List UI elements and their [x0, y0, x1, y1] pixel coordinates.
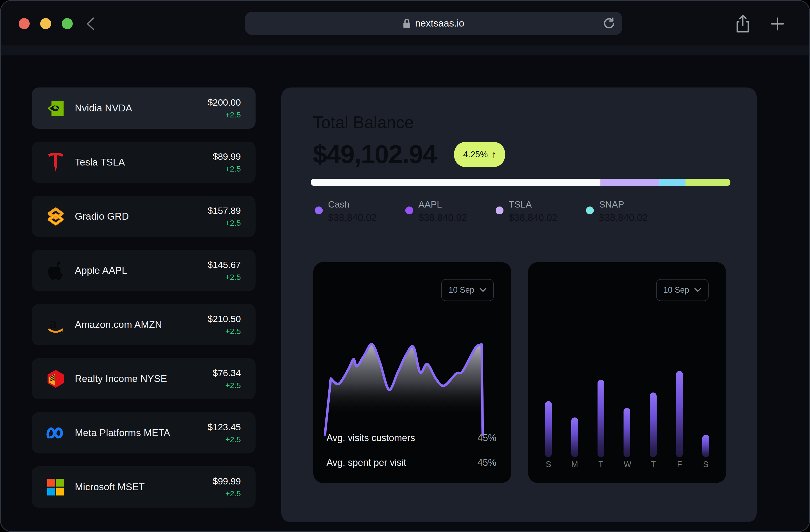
bar — [571, 417, 578, 457]
stock-change: +2.5 — [213, 164, 241, 173]
microsoft-logo-icon — [47, 478, 65, 496]
stock-name: Amazon.com AMZN — [75, 319, 162, 330]
back-button[interactable] — [84, 17, 97, 31]
stock-change: +2.5 — [208, 273, 241, 281]
stock-change: +2.5 — [213, 489, 241, 498]
stock-change: +2.5 — [208, 435, 241, 444]
stock-row[interactable]: Tesla TSLA$89.99+2.5 — [32, 142, 256, 183]
stock-price: $89.99 — [213, 151, 241, 162]
zoom-window-icon[interactable] — [62, 18, 73, 29]
allocation-segment — [659, 179, 685, 186]
day-label: S — [545, 460, 552, 469]
chevron-left-icon — [87, 18, 93, 29]
stock-row[interactable]: Realty Income NYSE$76.34+2.5 — [32, 358, 256, 399]
stock-name: Apple AAPL — [75, 265, 127, 276]
stock-change: +2.5 — [213, 381, 241, 390]
day-label: F — [676, 460, 683, 469]
address-bar[interactable]: nextsaas.io — [245, 12, 622, 35]
day-label: S — [702, 460, 709, 469]
stock-name: Nvidia NVDA — [75, 103, 132, 114]
share-icon — [737, 16, 748, 32]
arrow-up-icon: ↑ — [491, 149, 496, 160]
stock-name: Meta Platforms META — [75, 428, 170, 438]
weekly-bar-chart — [545, 370, 709, 457]
legend-value: $38,840.02 — [418, 212, 467, 223]
minimize-window-icon[interactable] — [40, 18, 51, 29]
allocation-progress-bar — [311, 179, 730, 186]
tab-strip — [1, 46, 809, 55]
chevron-down-icon — [480, 288, 486, 292]
stock-price: $99.99 — [213, 476, 241, 486]
lock-icon — [403, 18, 411, 29]
stock-name: Tesla TSLA — [75, 157, 125, 168]
legend-dot-icon — [405, 207, 413, 214]
legend-label: AAPL — [418, 199, 467, 210]
bar — [545, 401, 552, 457]
day-label: M — [571, 460, 578, 469]
stock-name: Gradio GRD — [75, 211, 129, 222]
weekly-period-value: 10 Sep — [663, 285, 689, 295]
stat-value-visits: 45% — [477, 432, 497, 444]
browser-window: nextsaas.io Nvidia NVD — [0, 0, 810, 532]
bar — [702, 435, 709, 457]
stock-row[interactable]: Apple AAPL$145.67+2.5 — [32, 250, 256, 291]
meta-logo-icon — [47, 424, 65, 442]
legend-dot-icon — [586, 207, 594, 214]
plus-icon — [772, 18, 783, 30]
stock-name: Realty Income NYSE — [75, 373, 167, 384]
stock-row[interactable]: Microsoft MSET$99.99+2.5 — [32, 466, 256, 507]
stock-change: +2.5 — [208, 327, 241, 336]
chevron-down-icon — [694, 288, 701, 292]
browser-toolbar: nextsaas.io — [1, 1, 809, 46]
weekly-period-dropdown[interactable]: 10 Sep — [656, 279, 709, 301]
legend-item: Cash$38,840.02 — [315, 199, 405, 223]
stat-label-spent: Avg. spent per visit — [326, 457, 406, 468]
allocation-segment — [685, 179, 730, 186]
nvidia-logo-icon — [47, 99, 65, 117]
legend-label: SNAP — [599, 199, 648, 210]
stock-price: $145.67 — [208, 260, 241, 270]
stock-price: $157.89 — [208, 206, 241, 216]
traffic-lights — [19, 18, 73, 29]
visits-period-dropdown[interactable]: 10 Sep — [441, 279, 494, 301]
url-text: nextsaas.io — [415, 18, 464, 29]
legend-label: Cash — [328, 199, 377, 210]
legend-item: AAPL$38,840.02 — [405, 199, 496, 223]
visits-chart-card: 10 Sep Avg. visits customers 4 — [313, 262, 511, 483]
tesla-logo-icon — [47, 153, 65, 172]
stock-change: +2.5 — [208, 110, 241, 119]
stock-row[interactable]: Meta Platforms META$123.45+2.5 — [32, 412, 256, 453]
balance-change-badge: 4.25% ↑ — [454, 142, 505, 167]
stock-price: $210.50 — [208, 314, 241, 324]
share-button[interactable] — [735, 14, 750, 33]
legend-value: $38,840.02 — [328, 212, 377, 223]
bar — [598, 380, 604, 457]
legend-label: TSLA — [509, 199, 557, 210]
visits-period-value: 10 Sep — [449, 285, 474, 295]
stat-label-visits: Avg. visits customers — [326, 432, 415, 444]
stock-row[interactable]: aAmazon.com AMZN$210.50+2.5 — [32, 304, 256, 345]
weekly-chart-card: 10 Sep SMTWTFS — [528, 262, 726, 483]
legend-item: SNAP$38,840.02 — [586, 199, 676, 223]
legend-dot-icon — [496, 207, 503, 214]
stock-change: +2.5 — [208, 219, 241, 227]
legend-value: $38,840.02 — [509, 212, 557, 223]
stock-row[interactable]: Gradio GRD$157.89+2.5 — [32, 196, 256, 237]
stock-list: Nvidia NVDA$200.00+2.5Tesla TSLA$89.99+2… — [32, 87, 256, 520]
visits-area-chart — [323, 336, 501, 436]
day-label: T — [650, 460, 657, 469]
stock-row[interactable]: Nvidia NVDA$200.00+2.5 — [32, 87, 256, 129]
total-balance-title: Total Balance — [313, 113, 414, 132]
realty-income-logo-icon — [47, 370, 65, 388]
stock-price: $200.00 — [208, 97, 241, 108]
apple-logo-icon — [47, 261, 65, 280]
stock-name: Microsoft MSET — [75, 482, 145, 493]
day-label: W — [623, 460, 630, 469]
new-tab-button[interactable] — [770, 14, 785, 33]
svg-text:a: a — [49, 315, 57, 331]
allocation-legend: Cash$38,840.02AAPL$38,840.02TSLA$38,840.… — [315, 199, 676, 223]
allocation-segment — [600, 179, 659, 186]
reload-button[interactable] — [603, 17, 615, 30]
bar — [676, 371, 683, 457]
close-window-icon[interactable] — [19, 18, 30, 29]
